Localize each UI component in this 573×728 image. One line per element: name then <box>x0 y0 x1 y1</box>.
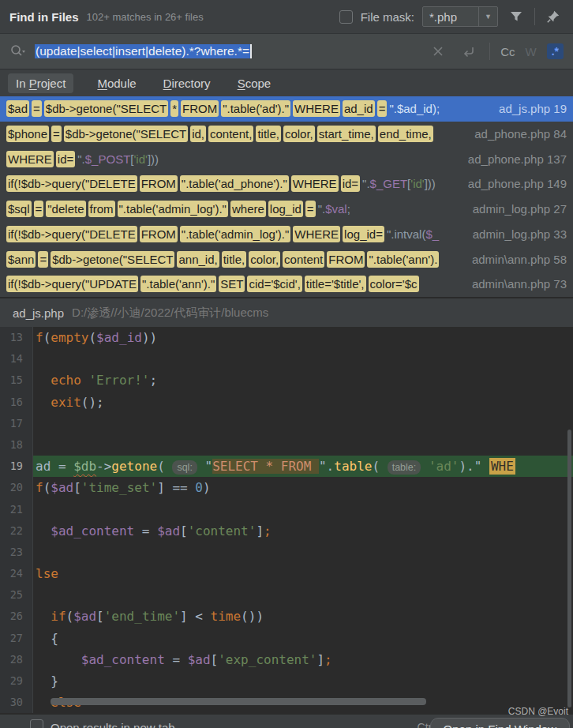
editor-header: ad_js.php D:/渗透//小迪/2022/代码审计/bluecms <box>0 297 573 327</box>
result-row[interactable]: $ann=$db->getone("SELECTann_id,title,col… <box>0 247 573 272</box>
horizontal-scrollbar[interactable] <box>51 698 426 705</box>
code-token: $ad_id <box>96 330 142 345</box>
match-highlight: title, <box>256 126 281 142</box>
code-token: 'end_time' <box>104 609 180 624</box>
code-token <box>36 695 51 710</box>
dialog-header: Find in Files 102+ matches in 26+ files … <box>0 0 573 33</box>
code-token: -> <box>96 459 111 474</box>
result-row[interactable]: $sql="deletefrom".table('admin_log')."wh… <box>0 197 573 222</box>
matches-summary: 102+ matches in 26+ files <box>87 11 204 23</box>
code-token: ()) <box>241 609 264 624</box>
match-highlight: = <box>305 201 316 217</box>
vertical-scrollbar[interactable] <box>567 430 571 707</box>
match-highlight: ".table('admin_log')." <box>180 226 290 242</box>
code-line[interactable]: 25 <box>0 584 573 606</box>
editor-file-name: ad_js.php <box>13 306 64 320</box>
code-line[interactable]: 28 $ad_content = $ad['exp_content']; <box>0 649 573 670</box>
code-line[interactable]: 17 <box>0 413 573 434</box>
regex-button[interactable]: .* <box>547 43 564 59</box>
pin-icon[interactable] <box>543 6 564 27</box>
code-line[interactable]: 16 exit(); <box>0 392 573 413</box>
code-text: } <box>33 670 573 692</box>
match-case-button[interactable]: Cc <box>500 45 515 58</box>
filter-icon[interactable] <box>506 6 526 27</box>
scope-tab-scope[interactable]: Scope <box>234 73 275 93</box>
snippet-text: 'id' <box>410 177 424 190</box>
code-editor[interactable]: 13f(empty($ad_id))1415 echo 'Error!';16 … <box>0 327 573 714</box>
code-line[interactable]: 24lse <box>0 563 573 584</box>
match-highlight: ".table('ann'). <box>367 251 439 268</box>
match-highlight: color, <box>283 126 315 142</box>
result-row[interactable]: if(!$db->query("DELETEFROM".table('ad_ph… <box>0 171 573 197</box>
code-text: $ad_content = $ad['content']; <box>33 520 573 542</box>
scope-tab-directory[interactable]: Directory <box>160 73 214 93</box>
match-highlight: title, <box>222 251 247 268</box>
result-row[interactable]: $ad=$db->getone("SELECT*FROM".table('ad'… <box>0 96 573 122</box>
code-text: f($ad['time_set'] == 0) <box>33 477 573 498</box>
code-line[interactable]: 29 } <box>0 670 573 692</box>
result-row[interactable]: WHEREid=".$_POST['id']))ad_phone.php 137 <box>0 147 573 172</box>
clear-icon[interactable] <box>428 41 448 62</box>
code-token: (); <box>81 395 104 410</box>
match-highlight: = <box>32 100 42 117</box>
code-token: lse <box>36 566 58 581</box>
line-number: 23 <box>0 542 33 563</box>
result-row[interactable]: if(!$db->query("DELETEFROM".table('admin… <box>0 222 573 247</box>
code-line[interactable]: 21 <box>0 499 573 520</box>
snippet-text: 'id' <box>133 152 147 166</box>
code-line[interactable]: 23 <box>0 542 573 563</box>
code-token: ) <box>203 480 211 495</box>
code-line[interactable]: 14 <box>0 348 573 370</box>
result-row[interactable]: $phone=$db->getone("SELECTid,content,tit… <box>0 122 573 147</box>
code-line[interactable]: 22 $ad_content = $ad['content']; <box>0 520 573 542</box>
match-highlight: end_time, <box>378 126 433 142</box>
match-highlight: "delete <box>46 201 85 217</box>
file-mask-checkbox[interactable] <box>339 10 353 24</box>
snippet-text: $val <box>325 202 347 216</box>
search-icon[interactable] <box>9 43 27 59</box>
snippet-text: ])) <box>148 152 159 166</box>
match-highlight: WHERE <box>291 175 339 192</box>
line-number: 17 <box>0 413 33 434</box>
open-find-window-button[interactable]: Open in Find Window <box>430 718 570 728</box>
search-field[interactable]: (update|select|insert|delete).*?where.*=… <box>0 33 573 69</box>
file-mask-combobox[interactable]: *.php ▼ <box>422 6 498 27</box>
code-line[interactable]: 15 echo 'Error!'; <box>0 370 573 391</box>
whole-words-button[interactable]: W <box>525 45 536 58</box>
match-highlight: log_id <box>268 201 303 217</box>
code-token: ; <box>324 652 332 667</box>
code-token: ". <box>319 459 334 474</box>
file-mask-label: File mask: <box>361 10 414 24</box>
code-token <box>36 652 81 667</box>
code-line[interactable]: 27 { <box>0 628 573 649</box>
scope-tabs: In ProjectModuleDirectoryScope <box>0 69 573 96</box>
snippet-text: $_GET <box>370 177 408 190</box>
snippet-text: ". <box>77 152 85 166</box>
code-token: [ <box>73 480 81 495</box>
match-highlight: title='$title', <box>305 276 366 292</box>
match-highlight: content <box>283 251 324 268</box>
code-text: if($ad['end_time'] < time()) <box>33 606 573 627</box>
scope-tab-in-project[interactable]: In Project <box>8 73 73 93</box>
code-token: exit <box>51 395 81 410</box>
chevron-down-icon[interactable]: ▼ <box>478 7 497 26</box>
code-line[interactable]: 19ad = $db->getone( sql: "SELECT * FROM … <box>0 456 573 477</box>
line-number: 27 <box>0 628 33 649</box>
code-line[interactable]: 13f(empty($ad_id)) <box>0 327 573 348</box>
code-line[interactable]: 20f($ad['time_set'] == 0) <box>0 477 573 498</box>
scope-tab-module[interactable]: Module <box>94 73 139 93</box>
code-token: ( <box>43 480 51 495</box>
code-text: lse <box>33 563 573 584</box>
code-line[interactable]: 26 if($ad['end_time'] < time()) <box>0 606 573 627</box>
search-input[interactable]: (update|select|insert|delete).*?where.*= <box>35 44 421 58</box>
file-mask-value: *.php <box>423 10 478 24</box>
code-line[interactable]: 18 <box>0 434 573 456</box>
match-highlight: FROM <box>140 175 178 192</box>
result-file: ad_js.php 19 <box>491 96 570 122</box>
code-token: $db <box>73 459 96 474</box>
result-row[interactable]: if(!$db->query("UPDATE".table('ann')."SE… <box>0 272 573 297</box>
code-token: [ <box>211 652 219 667</box>
newline-icon[interactable] <box>459 41 479 62</box>
code-token: ( <box>43 330 51 345</box>
open-results-checkbox[interactable] <box>30 719 43 728</box>
